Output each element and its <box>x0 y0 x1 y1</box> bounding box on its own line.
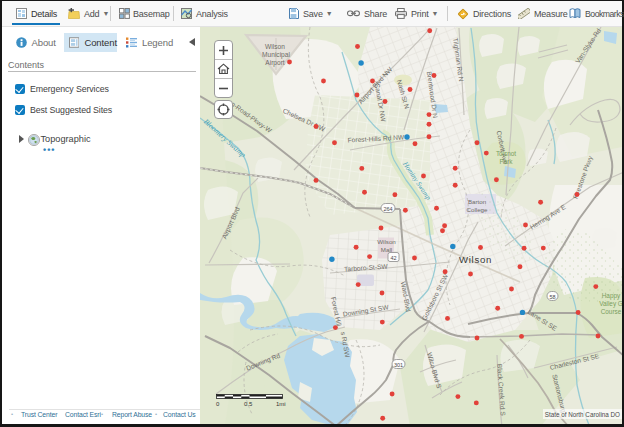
svg-text:58: 58 <box>549 294 555 300</box>
svg-text:Wilson: Wilson <box>265 43 285 50</box>
svg-text:301: 301 <box>394 362 403 368</box>
svg-text:1mi: 1mi <box>276 401 286 407</box>
svg-text:Wilson: Wilson <box>459 254 492 265</box>
svg-text:Course: Course <box>601 308 622 315</box>
svg-text:Toisnot: Toisnot <box>496 150 516 157</box>
svg-text:Mall: Mall <box>381 246 392 253</box>
svg-text:Happy: Happy <box>602 292 621 300</box>
svg-text:State of North Carolina DO: State of North Carolina DO <box>545 411 620 418</box>
svg-text:42: 42 <box>390 255 396 261</box>
svg-text:Airport: Airport <box>265 59 285 67</box>
svg-text:0.5: 0.5 <box>244 401 253 407</box>
svg-text:Barton: Barton <box>468 198 487 205</box>
svg-text:Park: Park <box>499 158 513 165</box>
svg-text:Valley G: Valley G <box>599 300 622 308</box>
svg-text:264: 264 <box>383 206 392 212</box>
svg-text:College: College <box>467 206 489 213</box>
svg-text:Wilson: Wilson <box>377 238 396 245</box>
